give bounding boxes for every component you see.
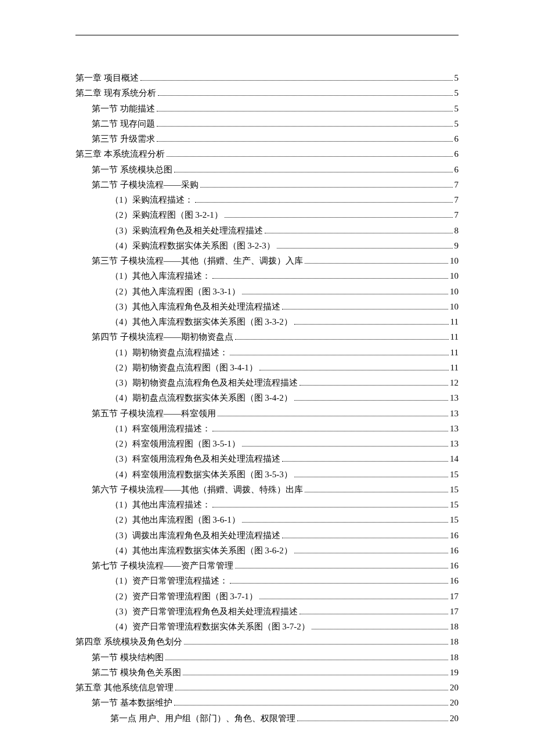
toc-entry-page: 20 <box>450 711 459 726</box>
toc-entry-label: （1）科室领用流程描述： <box>110 421 211 436</box>
toc-leader-dots <box>167 156 453 157</box>
toc-entry-page: 6 <box>454 131 459 146</box>
toc-leader-dots <box>294 553 448 553</box>
toc-entry-label: 第一节 基本数据维护 <box>92 695 172 710</box>
toc-entry-label: 第三节 升级需求 <box>92 131 155 146</box>
toc-leader-dots <box>225 217 453 218</box>
toc-entry-page: 20 <box>450 680 459 695</box>
toc-entry-page: 17 <box>450 589 459 604</box>
toc-entry-page: 6 <box>454 146 459 161</box>
toc-entry-label: （1）资产日常管理流程描述： <box>110 573 228 588</box>
toc-entry-page: 9 <box>454 238 459 253</box>
toc-entry-page: 10 <box>450 299 459 314</box>
toc-entry: （1）期初物资盘点流程描述：11 <box>75 345 459 360</box>
toc-leader-dots <box>235 339 449 340</box>
toc-entry-label: 第四章 系统模块及角色划分 <box>75 634 182 649</box>
toc-leader-dots <box>140 80 453 81</box>
document-page: 第一章 项目概述5第二章 现有系统分析5第一节 功能描述5第二节 现存问题5第三… <box>0 0 534 756</box>
toc-entry-page: 18 <box>450 650 459 665</box>
toc-entry-label: 第一节 功能描述 <box>92 101 155 116</box>
toc-entry: （4）期初盘点流程数据实体关系图（图 3-4-2）13 <box>75 390 459 405</box>
toc-entry-label: （4）其他入库流程数据实体关系图（图 3-3-2） <box>110 314 293 329</box>
toc-entry-page: 7 <box>454 207 459 222</box>
toc-leader-dots <box>265 233 453 233</box>
toc-entry-label: （4）科室领用流程数据实体关系图（图 3-5-3） <box>110 467 293 482</box>
toc-entry: （4）资产日常管理流程数据实体关系图（图 3-7-2）18 <box>75 619 459 634</box>
toc-entry: （1）资产日常管理流程描述：16 <box>75 573 459 588</box>
toc-entry-label: （3）采购流程角色及相关处理流程描述 <box>110 223 263 238</box>
toc-entry: （3）科室领用流程角色及相关处理流程描述14 <box>75 451 459 466</box>
toc-entry-label: 第一章 项目概述 <box>75 70 139 85</box>
toc-entry-label: 第一点 用户、用户组（部门）、角色、权限管理 <box>110 711 295 726</box>
toc-entry-label: （1）期初物资盘点流程描述： <box>110 345 228 360</box>
toc-entry: 第二节 模块角色关系图19 <box>75 665 459 680</box>
toc-entry-label: （1）其他入库流程描述： <box>110 268 211 283</box>
toc-leader-dots <box>259 370 449 370</box>
toc-entry: 第一节 系统模块总图6 <box>75 162 459 177</box>
toc-entry: （1）采购流程描述：7 <box>75 192 459 207</box>
toc-entry-label: （2）资产日常管理流程图（图 3-7-1） <box>110 589 258 604</box>
toc-entry-label: （2）期初物资盘点流程图（图 3-4-1） <box>110 360 258 375</box>
toc-entry-page: 20 <box>450 695 459 710</box>
toc-entry-label: （3）调拨出库流程角色及相关处理流程描述 <box>110 528 280 543</box>
toc-entry: 第一节 功能描述5 <box>75 101 459 116</box>
toc-entry-label: （4）资产日常管理流程数据实体关系图（图 3-7-2） <box>110 619 310 634</box>
toc-entry-page: 11 <box>450 329 459 344</box>
toc-entry: （3）采购流程角色及相关处理流程描述8 <box>75 223 459 238</box>
toc-entry-page: 16 <box>450 528 459 543</box>
toc-entry-page: 6 <box>454 162 459 177</box>
toc-entry: （2）采购流程图（图 3-2-1）7 <box>75 207 459 222</box>
toc-entry-page: 5 <box>454 85 459 100</box>
toc-leader-dots <box>294 324 449 325</box>
toc-entry: 第三节 子模块流程——其他（捐赠、生产、调拨）入库10 <box>75 253 459 268</box>
toc-entry: （3）调拨出库流程角色及相关处理流程描述16 <box>75 528 459 543</box>
toc-entry: （1）其他出库流程描述：15 <box>75 497 459 512</box>
toc-entry-page: 13 <box>450 436 459 451</box>
toc-leader-dots <box>294 400 448 401</box>
toc-entry: （1）其他入库流程描述：10 <box>75 268 459 283</box>
toc-leader-dots <box>242 294 448 294</box>
toc-leader-dots <box>277 248 453 249</box>
toc-leader-dots <box>305 263 448 264</box>
toc-entry-label: 第一节 系统模块总图 <box>92 162 172 177</box>
toc-entry-label: 第三章 本系统流程分析 <box>75 146 165 161</box>
toc-entry: （2）期初物资盘点流程图（图 3-4-1）11 <box>75 360 459 375</box>
toc-leader-dots <box>195 202 453 203</box>
toc-leader-dots <box>175 690 448 690</box>
toc-entry-page: 5 <box>454 101 459 116</box>
toc-entry-page: 16 <box>450 573 459 588</box>
toc-entry-label: （1）其他出库流程描述： <box>110 497 211 512</box>
toc-entry-label: （2）采购流程图（图 3-2-1） <box>110 207 223 222</box>
toc-entry: （4）其他出库流程数据实体关系图（图 3-6-2）16 <box>75 543 459 558</box>
toc-leader-dots <box>230 355 449 355</box>
toc-leader-dots <box>282 461 449 462</box>
toc-entry: （2）科室领用流程图（图 3-5-1）13 <box>75 436 459 451</box>
toc-entry-label: 第七节 子模块流程——资产日常管理 <box>92 558 233 573</box>
toc-entry-label: 第二节 模块角色关系图 <box>92 665 181 680</box>
toc-entry: （2）资产日常管理流程图（图 3-7-1）17 <box>75 589 459 604</box>
toc-leader-dots <box>242 522 448 523</box>
toc-entry-page: 7 <box>454 192 459 207</box>
toc-entry: 第四节 子模块流程——期初物资盘点11 <box>75 329 459 344</box>
toc-leader-dots <box>282 309 449 309</box>
toc-entry: 第五章 其他系统信息管理20 <box>75 680 459 695</box>
toc-leader-dots <box>174 172 453 172</box>
toc-leader-dots <box>158 95 453 96</box>
toc-entry-page: 16 <box>450 558 459 573</box>
toc-entry: 第三节 升级需求6 <box>75 131 459 146</box>
toc-entry: 第二节 现存问题5 <box>75 116 459 131</box>
toc-entry: （3）期初物资盘点流程角色及相关处理流程描述12 <box>75 375 459 390</box>
toc-entry: （4）其他入库流程数据实体关系图（图 3-3-2）11 <box>75 314 459 329</box>
toc-entry-label: （2）其他出库流程图（图 3-6-1） <box>110 512 240 527</box>
toc-entry-page: 16 <box>450 543 459 558</box>
toc-leader-dots <box>259 599 448 599</box>
toc-entry: 第一点 用户、用户组（部门）、角色、权限管理20 <box>75 711 459 726</box>
toc-entry: （3）其他入库流程角色及相关处理流程描述10 <box>75 299 459 314</box>
toc-entry-label: （3）其他入库流程角色及相关处理流程描述 <box>110 299 280 314</box>
toc-entry: （3）资产日常管理流程角色及相关处理流程描述17 <box>75 604 459 619</box>
toc-entry-page: 10 <box>450 284 459 299</box>
toc-entry-page: 12 <box>450 375 459 390</box>
toc-entry: 第三章 本系统流程分析6 <box>75 146 459 161</box>
toc-entry-label: （4）其他出库流程数据实体关系图（图 3-6-2） <box>110 543 293 558</box>
toc-entry-label: （1）采购流程描述： <box>110 192 193 207</box>
